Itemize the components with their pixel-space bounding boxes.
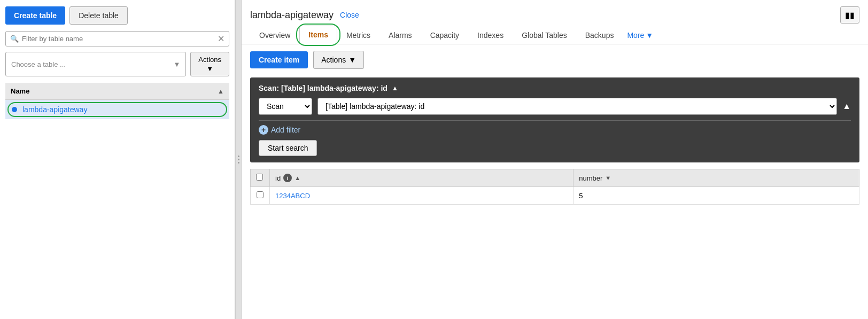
tab-more[interactable]: More ▼ [623, 27, 657, 44]
create-item-button[interactable]: Create item [250, 51, 308, 68]
add-filter-label: Add filter [271, 126, 300, 134]
divider-dot [238, 159, 239, 160]
tab-items[interactable]: Items [299, 26, 337, 44]
scan-type-select[interactable]: Scan [259, 98, 312, 115]
choose-table-select[interactable]: Choose a table ... ▼ [5, 52, 186, 76]
plus-circle-icon: + [259, 125, 268, 135]
filter-input[interactable] [22, 35, 218, 43]
list-item[interactable]: lambda-apigateway [5, 100, 229, 119]
sort-asc-icon[interactable]: ▲ [294, 175, 300, 181]
divider-dot [238, 162, 239, 164]
right-header-left: lambda-apigateway Close [250, 10, 359, 21]
chevron-down-icon-actions: ▼ [206, 65, 213, 73]
results-table: id i ▲ number ▼ [250, 169, 859, 205]
row-id-cell: 1234ABCD [270, 187, 574, 205]
col-id-label: id [275, 174, 281, 182]
tab-overview[interactable]: Overview [250, 26, 299, 44]
row-checkbox-cell [251, 187, 270, 205]
content-area: Create item Actions ▼ Scan: [Table] lamb… [242, 44, 868, 319]
scan-section-header: Scan: [Table] lambda-apigateway: id ▲ [259, 84, 851, 92]
right-header: lambda-apigateway Close ▮▮ [242, 0, 868, 24]
table-row: 1234ABCD 5 [251, 187, 859, 205]
sort-arrow-icon[interactable]: ▲ [218, 88, 224, 95]
status-dot [12, 107, 17, 112]
items-actions-button[interactable]: Actions ▼ [313, 51, 364, 69]
select-all-checkbox[interactable] [256, 174, 263, 181]
scan-table-select[interactable]: [Table] lambda-apigateway: id [317, 98, 837, 115]
table-title: lambda-apigateway [250, 10, 334, 21]
table-link[interactable]: lambda-apigateway [22, 105, 87, 114]
choose-table-label: Choose a table ... [11, 60, 66, 68]
row-checkbox[interactable] [257, 191, 264, 198]
sort-desc-icon[interactable]: ▼ [605, 175, 611, 181]
col-header-number: number ▼ [574, 169, 859, 187]
row-number-value: 5 [579, 192, 583, 200]
clear-icon[interactable]: ✕ [218, 34, 224, 44]
create-table-button[interactable]: Create table [5, 6, 65, 25]
tab-indexes[interactable]: Indexes [468, 26, 513, 44]
left-panel: Create table Delete table 🔍 ✕ Choose a t… [0, 0, 235, 319]
col-header-checkbox [251, 169, 270, 187]
close-link[interactable]: Close [340, 11, 359, 19]
divider-line [259, 120, 851, 121]
start-search-button[interactable]: Start search [259, 140, 317, 156]
filter-box: 🔍 ✕ [5, 31, 229, 46]
chevron-up-icon[interactable]: ▲ [392, 84, 398, 92]
table-list: lambda-apigateway [5, 100, 229, 119]
tab-metrics[interactable]: Metrics [337, 26, 379, 44]
tab-global-tables[interactable]: Global Tables [513, 26, 576, 44]
right-panel: lambda-apigateway Close ▮▮ Overview Item… [242, 0, 868, 319]
tab-items-wrapper: Items [299, 26, 337, 44]
more-label: More [627, 31, 644, 40]
divider-dot [238, 155, 239, 157]
delete-table-button[interactable]: Delete table [69, 6, 128, 25]
id-info-icon[interactable]: i [283, 174, 292, 182]
tab-capacity[interactable]: Capacity [421, 26, 468, 44]
chevron-down-icon: ▼ [173, 60, 180, 68]
row-number-cell: 5 [574, 187, 859, 205]
search-icon: 🔍 [10, 35, 19, 43]
chevron-up-icon-scan: ▲ [842, 102, 851, 111]
action-row: Create item Actions ▼ [250, 51, 859, 69]
chevron-down-icon-more: ▼ [646, 31, 653, 40]
panel-divider [235, 0, 242, 319]
actions-button[interactable]: Actions ▼ [190, 52, 229, 76]
panel-toggle-button[interactable]: ▮▮ [840, 6, 859, 24]
row-id-link[interactable]: 1234ABCD [275, 192, 310, 200]
name-header: Name ▲ [5, 83, 229, 100]
tab-alarms[interactable]: Alarms [379, 26, 421, 44]
tabs-bar: Overview Items Metrics Alarms Capacity I… [242, 26, 868, 44]
chevron-down-icon-items: ▼ [348, 56, 356, 64]
scan-section: Scan: [Table] lambda-apigateway: id ▲ Sc… [250, 77, 859, 162]
top-buttons: Create table Delete table [5, 6, 229, 25]
actions-label: Actions [198, 56, 221, 64]
add-filter-button[interactable]: + Add filter [259, 125, 300, 135]
scan-header-text: Scan: [Table] lambda-apigateway: id [259, 84, 387, 92]
items-actions-label: Actions [321, 56, 346, 64]
col-number-label: number [579, 174, 602, 182]
add-filter-row: + Add filter [259, 125, 851, 135]
tab-backups[interactable]: Backups [576, 26, 623, 44]
choose-actions-row: Choose a table ... ▼ Actions ▼ [5, 52, 229, 76]
col-header-id: id i ▲ [270, 169, 574, 187]
scan-controls: Scan [Table] lambda-apigateway: id ▲ [259, 98, 851, 115]
name-column-label: Name [11, 87, 29, 95]
